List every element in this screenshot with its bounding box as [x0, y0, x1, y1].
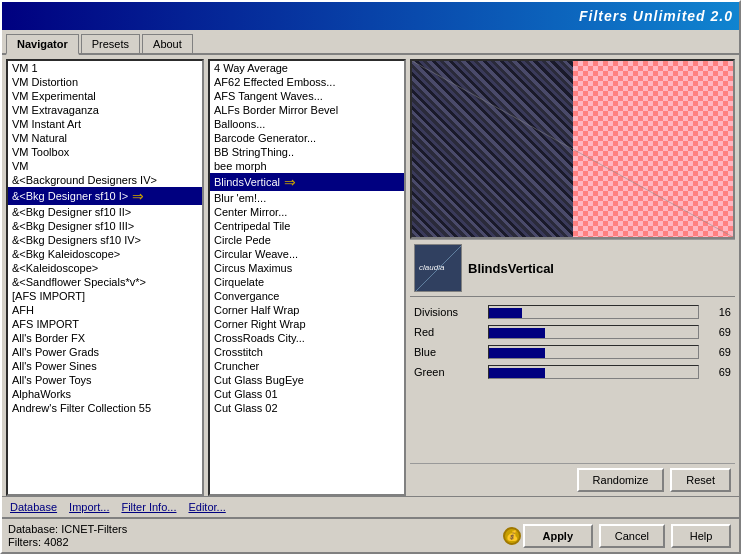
- import-button[interactable]: Import...: [65, 499, 113, 515]
- slider-container: [488, 345, 699, 359]
- randomize-button[interactable]: Randomize: [577, 468, 665, 492]
- sliders-panel: Divisions 16 Red 69: [410, 301, 735, 463]
- list-item[interactable]: VM Distortion: [8, 75, 202, 89]
- list-item[interactable]: All's Power Toys: [8, 373, 202, 387]
- filter-list[interactable]: 4 Way Average AF62 Effected Emboss... AF…: [208, 59, 406, 496]
- list-item[interactable]: Convergance: [210, 289, 404, 303]
- list-item[interactable]: &<Sandflower Specials*v*>: [8, 275, 202, 289]
- slider-label: Green: [414, 366, 484, 378]
- category-list[interactable]: VM 1 VM Distortion VM Experimental VM Ex…: [6, 59, 204, 496]
- database-button[interactable]: Database: [6, 499, 61, 515]
- category-list-col: VM 1 VM Distortion VM Experimental VM Ex…: [6, 59, 204, 496]
- list-item[interactable]: [AFS IMPORT]: [8, 289, 202, 303]
- list-item[interactable]: VM Natural: [8, 131, 202, 145]
- list-item[interactable]: &<Kaleidoscope>: [8, 261, 202, 275]
- list-item[interactable]: Corner Right Wrap: [210, 317, 404, 331]
- list-item[interactable]: VM: [8, 159, 202, 173]
- list-item[interactable]: AFS Tangent Waves...: [210, 89, 404, 103]
- list-item[interactable]: AlphaWorks: [8, 387, 202, 401]
- list-item[interactable]: All's Border FX: [8, 331, 202, 345]
- tab-about[interactable]: About: [142, 34, 193, 53]
- title-text: Filters Unlimited 2.0: [579, 8, 733, 24]
- svg-text:claudia: claudia: [419, 263, 445, 272]
- slider-row-blue: Blue 69: [414, 345, 731, 359]
- status-buttons-row: Database: ICNET-Filters Filters: 4082 💰 …: [2, 517, 739, 552]
- slider-row-divisions: Divisions 16: [414, 305, 731, 319]
- help-button[interactable]: Help: [671, 524, 731, 548]
- list-item[interactable]: &<Bkg Designer sf10 II>: [8, 205, 202, 219]
- list-item[interactable]: AFS IMPORT: [8, 317, 202, 331]
- list-item[interactable]: BB StringThing..: [210, 145, 404, 159]
- list-item[interactable]: AFH: [8, 303, 202, 317]
- list-item-selected[interactable]: &<Bkg Designer sf10 I> ⇒: [8, 187, 202, 205]
- list-item[interactable]: &<Bkg Kaleidoscope>: [8, 247, 202, 261]
- list-item[interactable]: ALFs Border Mirror Bevel: [210, 103, 404, 117]
- tab-presets[interactable]: Presets: [81, 34, 140, 53]
- list-item[interactable]: Blur 'em!...: [210, 191, 404, 205]
- list-item[interactable]: Cruncher: [210, 359, 404, 373]
- apply-button[interactable]: Apply: [523, 524, 593, 548]
- list-item[interactable]: Balloons...: [210, 117, 404, 131]
- list-item[interactable]: Center Mirror...: [210, 205, 404, 219]
- slider-row-red: Red 69: [414, 325, 731, 339]
- tab-bar: Navigator Presets About: [2, 30, 739, 55]
- filters-status: Filters: 4082: [8, 536, 489, 548]
- list-item[interactable]: Circle Pede: [210, 233, 404, 247]
- list-item[interactable]: Corner Half Wrap: [210, 303, 404, 317]
- list-item[interactable]: Cut Glass 01: [210, 387, 404, 401]
- list-item[interactable]: VM Experimental: [8, 89, 202, 103]
- list-item[interactable]: Cut Glass 02: [210, 401, 404, 415]
- list-item[interactable]: Cirquelate: [210, 275, 404, 289]
- list-item-bee-morph[interactable]: bee morph: [210, 159, 404, 173]
- tab-navigator[interactable]: Navigator: [6, 34, 79, 55]
- list-item[interactable]: AF62 Effected Emboss...: [210, 75, 404, 89]
- thumbnail-svg: claudia: [415, 244, 461, 292]
- list-item[interactable]: &<Bkg Designer sf10 III>: [8, 219, 202, 233]
- arrow-right-icon: ⇒: [132, 188, 144, 204]
- preview-image: [410, 59, 735, 239]
- list-item[interactable]: Centripedal Tile: [210, 219, 404, 233]
- list-item[interactable]: Circus Maximus: [210, 261, 404, 275]
- list-item[interactable]: VM Toolbox: [8, 145, 202, 159]
- cancel-button[interactable]: Cancel: [599, 524, 665, 548]
- list-item[interactable]: Crosstitch: [210, 345, 404, 359]
- list-item[interactable]: Circular Weave...: [210, 247, 404, 261]
- list-item[interactable]: Cut Glass BugEye: [210, 373, 404, 387]
- filter-list-col: 4 Way Average AF62 Effected Emboss... AF…: [208, 59, 406, 496]
- list-item[interactable]: VM 1: [8, 61, 202, 75]
- list-item[interactable]: 4 Way Average: [210, 61, 404, 75]
- slider-value: 16: [703, 306, 731, 318]
- list-item[interactable]: VM Extravaganza: [8, 103, 202, 117]
- slider-label: Blue: [414, 346, 484, 358]
- list-item[interactable]: CrossRoads City...: [210, 331, 404, 345]
- database-status: Database: ICNET-Filters: [8, 523, 489, 535]
- filter-name-label: BlindsVertical: [468, 261, 554, 276]
- reset-button[interactable]: Reset: [670, 468, 731, 492]
- filter-info-button[interactable]: Filter Info...: [117, 499, 180, 515]
- filter-thumbnail: claudia: [414, 244, 462, 292]
- list-item[interactable]: VM Instant Art: [8, 117, 202, 131]
- status-bar: Database: ICNET-Filters Filters: 4082: [2, 519, 495, 552]
- slider-label: Red: [414, 326, 484, 338]
- list-item[interactable]: &<Background Designers IV>: [8, 173, 202, 187]
- slider-container: [488, 365, 699, 379]
- filter-list-item-selected[interactable]: BlindsVertical ⇒: [210, 173, 404, 191]
- slider-label: Divisions: [414, 306, 484, 318]
- slider-value: 69: [703, 346, 731, 358]
- svg-line-0: [412, 61, 733, 237]
- list-item[interactable]: All's Power Grads: [8, 345, 202, 359]
- slider-fill: [489, 308, 522, 318]
- list-item[interactable]: All's Power Sines: [8, 359, 202, 373]
- main-window: Filters Unlimited 2.0 Navigator Presets …: [0, 0, 741, 554]
- slider-container: [488, 305, 699, 319]
- slider-container: [488, 325, 699, 339]
- slider-row-green: Green 69: [414, 365, 731, 379]
- bottom-buttons: 💰 Apply Cancel Help: [495, 520, 739, 552]
- slider-value: 69: [703, 326, 731, 338]
- editor-button[interactable]: Editor...: [184, 499, 229, 515]
- list-item[interactable]: Barcode Generator...: [210, 131, 404, 145]
- apply-wrapper: 💰 Apply: [503, 524, 593, 548]
- list-item[interactable]: Andrew's Filter Collection 55: [8, 401, 202, 415]
- list-item[interactable]: &<Bkg Designers sf10 IV>: [8, 233, 202, 247]
- arrow-right-icon: ⇒: [284, 174, 296, 190]
